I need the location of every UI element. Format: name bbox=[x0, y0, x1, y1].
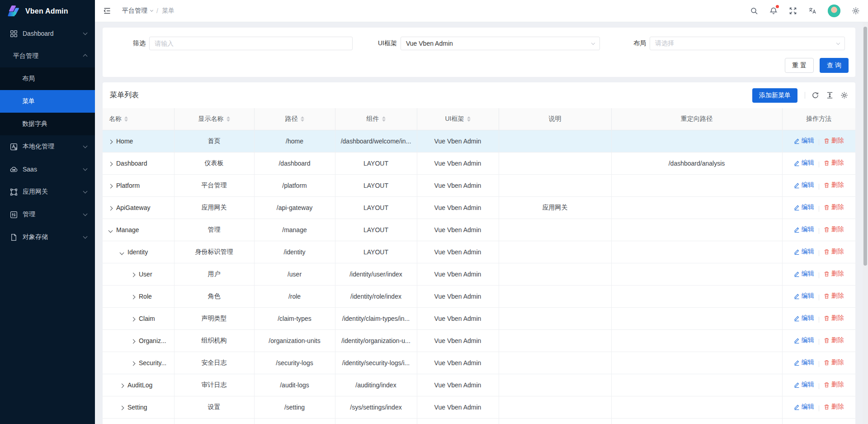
sidebar-item-manage[interactable]: 管理 bbox=[0, 203, 95, 226]
table-settings-gear-icon[interactable] bbox=[840, 91, 848, 99]
delete-button[interactable]: 删除 bbox=[824, 181, 844, 189]
search-button[interactable]: 查 询 bbox=[820, 58, 849, 73]
breadcrumb-section[interactable]: 平台管理 bbox=[122, 7, 153, 15]
sort-carets-icon[interactable] bbox=[124, 116, 128, 122]
menu-display-name: 平台管理 bbox=[174, 174, 254, 196]
expand-row-icon[interactable] bbox=[131, 317, 136, 321]
search-icon[interactable] bbox=[750, 7, 758, 15]
user-avatar[interactable] bbox=[828, 5, 840, 17]
edit-button[interactable]: 编辑 bbox=[794, 203, 814, 211]
table-row[interactable]: Security...安全日志/security-logs/identity/s… bbox=[103, 352, 855, 374]
edit-button[interactable]: 编辑 bbox=[794, 336, 814, 344]
expand-row-icon[interactable] bbox=[131, 361, 136, 366]
expand-row-icon[interactable] bbox=[120, 405, 124, 410]
scrollbar-thumb[interactable] bbox=[863, 27, 867, 266]
expand-row-icon[interactable] bbox=[131, 339, 136, 343]
sort-carets-icon[interactable] bbox=[226, 116, 230, 122]
sidebar-item-data-dictionary[interactable]: 数据字典 bbox=[0, 113, 95, 135]
reset-button[interactable]: 重 置 bbox=[785, 58, 814, 73]
delete-button[interactable]: 删除 bbox=[824, 381, 844, 389]
sort-carets-icon[interactable] bbox=[467, 116, 471, 122]
edit-button[interactable]: 编辑 bbox=[794, 159, 814, 167]
table-row[interactable]: Home首页/home/dashboard/welcome/in...Vue V… bbox=[103, 130, 855, 152]
delete-button[interactable]: 删除 bbox=[824, 137, 844, 145]
expand-row-icon[interactable] bbox=[120, 383, 124, 388]
sidebar-item-dashboard[interactable]: Dashboard bbox=[0, 22, 95, 45]
settings-gear-icon[interactable] bbox=[852, 7, 860, 15]
edit-button[interactable]: 编辑 bbox=[794, 137, 814, 145]
sidebar-item-platform[interactable]: 平台管理 bbox=[0, 45, 95, 67]
table-row[interactable]: Claim声明类型/claim-types/identity/claim-typ… bbox=[103, 307, 855, 329]
table-row[interactable]: Identity身份标识管理/identityLAYOUTVue Vben Ad… bbox=[103, 241, 855, 263]
sidebar-item-saas[interactable]: Saas bbox=[0, 158, 95, 181]
expand-row-icon[interactable] bbox=[131, 272, 136, 277]
filter-layout-select[interactable]: 请选择 bbox=[650, 37, 845, 50]
collapse-row-icon[interactable] bbox=[120, 250, 124, 255]
edit-pencil-icon bbox=[794, 382, 800, 388]
expand-row-icon[interactable] bbox=[108, 139, 113, 144]
expand-row-icon[interactable] bbox=[108, 184, 113, 188]
app-logo[interactable]: Vben Admin bbox=[0, 0, 95, 22]
sidebar-item-menu[interactable]: 菜单 bbox=[0, 90, 95, 113]
notifications-bell[interactable] bbox=[769, 7, 778, 15]
filter-keyword-input[interactable] bbox=[149, 37, 353, 50]
delete-button[interactable]: 删除 bbox=[824, 403, 844, 411]
trash-icon bbox=[824, 227, 830, 233]
sort-carets-icon[interactable] bbox=[382, 116, 386, 122]
delete-button[interactable]: 删除 bbox=[824, 225, 844, 233]
expand-row-icon[interactable] bbox=[108, 162, 113, 166]
table-row[interactable]: ApiGateway应用网关/api-gatewayLAYOUTVue Vben… bbox=[103, 196, 855, 219]
expand-row-icon[interactable] bbox=[131, 295, 136, 299]
sidebar-item-gateway[interactable]: 应用网关 bbox=[0, 181, 95, 203]
column-header[interactable]: 名称 bbox=[103, 108, 174, 130]
column-header[interactable]: 组件 bbox=[335, 108, 417, 130]
edit-button[interactable]: 编辑 bbox=[794, 248, 814, 256]
sidebar-fold-icon[interactable] bbox=[103, 7, 111, 15]
edit-button[interactable]: 编辑 bbox=[794, 292, 814, 300]
sidebar-item-localization[interactable]: 本地化管理 bbox=[0, 135, 95, 158]
column-header: 重定向路径 bbox=[611, 108, 782, 130]
edit-button[interactable]: 编辑 bbox=[794, 403, 814, 411]
menu-component: LAYOUT bbox=[335, 219, 417, 241]
delete-button[interactable]: 删除 bbox=[824, 336, 844, 344]
delete-button[interactable]: 删除 bbox=[824, 358, 844, 367]
edit-button[interactable]: 编辑 bbox=[794, 270, 814, 278]
edit-button[interactable]: 编辑 bbox=[794, 225, 814, 233]
column-header[interactable]: 显示名称 bbox=[174, 108, 254, 130]
table-row[interactable]: User用户/user/identity/user/indexVue Vben … bbox=[103, 263, 855, 285]
row-actions: 编辑删除 bbox=[782, 352, 855, 374]
vertical-scrollbar[interactable] bbox=[863, 22, 868, 424]
sidebar-item-object-storage[interactable]: 对象存储 bbox=[0, 226, 95, 248]
table-row[interactable]: Platform平台管理/platformLAYOUTVue Vben Admi… bbox=[103, 174, 855, 196]
column-header[interactable]: UI框架 bbox=[417, 108, 499, 130]
delete-button[interactable]: 删除 bbox=[824, 159, 844, 167]
sidebar-item-layout[interactable]: 布局 bbox=[0, 67, 95, 90]
table-row[interactable]: Setting设置/setting/sys/settings/indexVue … bbox=[103, 396, 855, 418]
edit-button[interactable]: 编辑 bbox=[794, 358, 814, 367]
add-menu-button[interactable]: 添加新菜单 bbox=[752, 88, 797, 103]
expand-row-icon[interactable] bbox=[108, 206, 113, 210]
table-row[interactable]: Manage管理/manageLAYOUTVue Vben Admin编辑删除 bbox=[103, 219, 855, 241]
delete-button[interactable]: 删除 bbox=[824, 248, 844, 256]
translate-icon[interactable] bbox=[808, 7, 816, 15]
edit-button[interactable]: 编辑 bbox=[794, 181, 814, 189]
row-height-icon[interactable] bbox=[826, 91, 834, 99]
column-header[interactable]: 路径 bbox=[254, 108, 335, 130]
edit-button[interactable]: 编辑 bbox=[794, 314, 814, 322]
collapse-row-icon[interactable] bbox=[108, 228, 113, 233]
delete-button[interactable]: 删除 bbox=[824, 292, 844, 300]
delete-button[interactable]: 删除 bbox=[824, 314, 844, 322]
edit-button[interactable]: 编辑 bbox=[794, 381, 814, 389]
filter-framework-select[interactable]: Vue Vben Admin bbox=[401, 37, 600, 50]
sidebar-item-label: 本地化管理 bbox=[23, 143, 54, 151]
delete-button[interactable]: 删除 bbox=[824, 270, 844, 278]
table-row[interactable]: AuditLog审计日志/audit-logs/auditing/indexVu… bbox=[103, 374, 855, 396]
table-row[interactable]: Organiz...组织机构/organization-units/identi… bbox=[103, 329, 855, 352]
delete-button[interactable]: 删除 bbox=[824, 203, 844, 211]
table-row[interactable] bbox=[103, 418, 855, 424]
fullscreen-icon[interactable] bbox=[789, 7, 797, 15]
table-row[interactable]: Role角色/role/identity/role/indexVue Vben … bbox=[103, 285, 855, 307]
table-row[interactable]: Dashboard仪表板/dashboardLAYOUTVue Vben Adm… bbox=[103, 152, 855, 174]
refresh-icon[interactable] bbox=[811, 91, 819, 99]
sort-carets-icon[interactable] bbox=[301, 116, 304, 122]
